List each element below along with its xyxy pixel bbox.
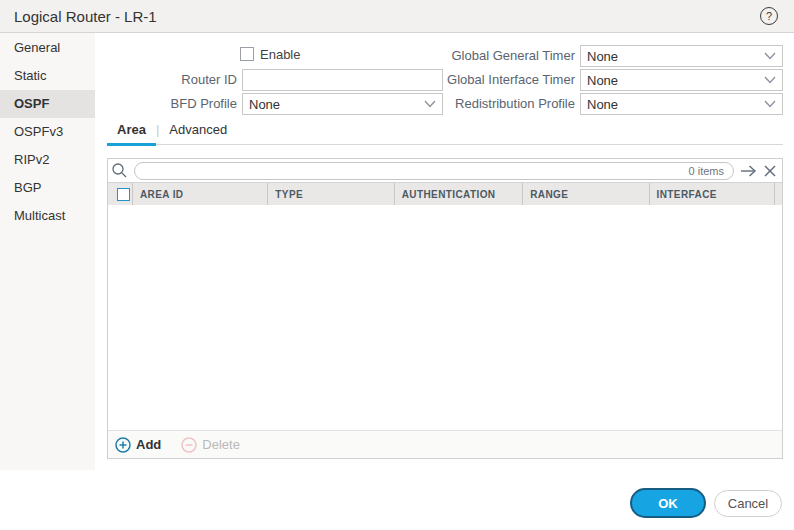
search-pill: 0 items: [134, 162, 734, 180]
column-header-range[interactable]: RANGE: [522, 183, 648, 205]
header-scroll-gutter: [774, 183, 782, 205]
search-input[interactable]: [144, 163, 683, 179]
global-interface-timer-select[interactable]: None: [580, 69, 783, 91]
table-body-empty: [108, 205, 782, 430]
search-icon: [111, 162, 128, 179]
column-header-type[interactable]: TYPE: [267, 183, 393, 205]
dialog-titlebar: Logical Router - LR-1 ?: [0, 0, 794, 33]
bfd-profile-label: BFD Profile: [100, 93, 237, 115]
sidebar-item-general[interactable]: General: [0, 34, 95, 62]
table-header-row: AREA ID TYPE AUTHENTICATION RANGE INTERF…: [108, 183, 782, 205]
redistribution-profile-label: Redistribution Profile: [420, 93, 575, 115]
column-header-authentication[interactable]: AUTHENTICATION: [394, 183, 522, 205]
ok-button[interactable]: OK: [630, 488, 706, 518]
delete-minus-icon: [181, 437, 197, 453]
table-search-row: 0 items: [108, 159, 782, 183]
sidebar-item-multicast[interactable]: Multicast: [0, 202, 95, 230]
global-interface-timer-label: Global Interface Timer: [420, 69, 575, 91]
select-all-checkbox[interactable]: [117, 188, 130, 201]
global-general-timer-label: Global General Timer: [420, 45, 575, 67]
router-id-input[interactable]: [242, 69, 443, 91]
sidebar-item-ospf[interactable]: OSPF: [0, 90, 95, 118]
add-button-label: Add: [136, 437, 161, 452]
delete-button[interactable]: Delete: [181, 437, 240, 453]
router-id-label: Router ID: [100, 69, 237, 91]
column-header-interface[interactable]: INTERFACE: [649, 183, 774, 205]
delete-button-label: Delete: [202, 437, 240, 452]
area-table: 0 items AREA ID TYPE AUTHENTICATION RANG…: [107, 158, 783, 459]
sidebar: General Static OSPF OSPFv3 RIPv2 BGP Mul…: [0, 33, 95, 470]
redistribution-profile-select[interactable]: None: [580, 93, 783, 115]
global-interface-timer-value: None: [587, 73, 618, 88]
chevron-down-icon: [764, 100, 776, 108]
cancel-button[interactable]: Cancel: [714, 490, 782, 517]
sidebar-item-bgp[interactable]: BGP: [0, 174, 95, 202]
help-icon[interactable]: ?: [760, 7, 778, 25]
add-button[interactable]: Add: [115, 437, 161, 453]
tab-area[interactable]: Area: [107, 118, 156, 144]
apply-filter-arrow-icon[interactable]: [740, 164, 757, 178]
redistribution-profile-value: None: [587, 97, 618, 112]
clear-filter-x-icon[interactable]: [763, 164, 777, 178]
sidebar-item-ripv2[interactable]: RIPv2: [0, 146, 95, 174]
add-plus-icon: [115, 437, 131, 453]
table-action-bar: Add Delete: [108, 430, 782, 458]
column-header-area-id[interactable]: AREA ID: [132, 183, 267, 205]
tab-advanced[interactable]: Advanced: [159, 118, 237, 144]
enable-label: Enable: [260, 47, 300, 62]
global-general-timer-value: None: [587, 49, 618, 64]
select-all-cell: [108, 183, 132, 205]
items-count-badge: 0 items: [689, 165, 724, 177]
sidebar-item-static[interactable]: Static: [0, 62, 95, 90]
sidebar-item-ospfv3[interactable]: OSPFv3: [0, 118, 95, 146]
chevron-down-icon: [764, 76, 776, 84]
chevron-down-icon: [764, 52, 776, 60]
bfd-profile-select[interactable]: None: [242, 93, 443, 115]
enable-checkbox[interactable]: [240, 47, 254, 61]
dialog-title: Logical Router - LR-1: [14, 8, 157, 25]
global-general-timer-select[interactable]: None: [580, 45, 783, 67]
bfd-profile-value: None: [249, 97, 280, 112]
tab-bar: Area | Advanced: [107, 119, 783, 145]
